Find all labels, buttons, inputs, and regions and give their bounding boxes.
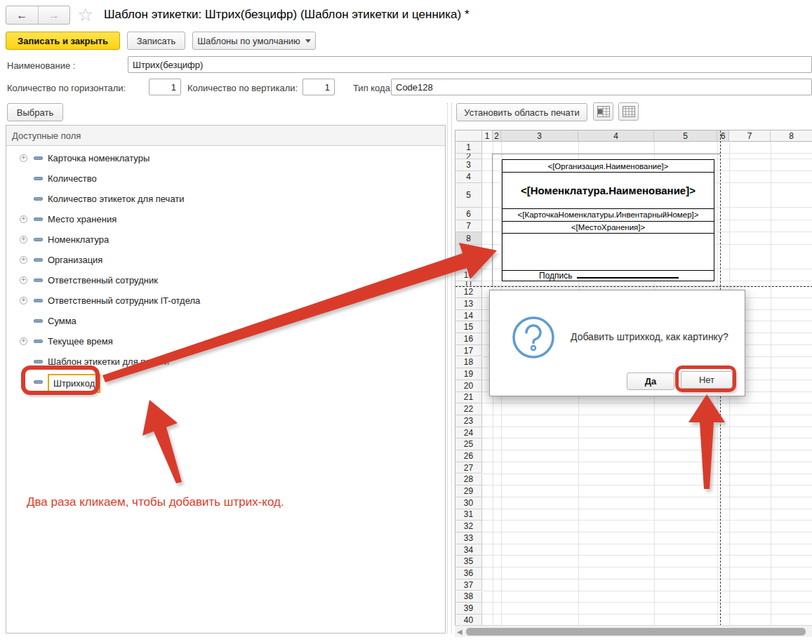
row-header-17[interactable]: 17	[455, 345, 482, 357]
row-header-38[interactable]: 38	[455, 591, 482, 603]
column-header-3[interactable]: 3	[501, 130, 578, 142]
column-header-5[interactable]: 5	[654, 130, 717, 142]
expand-icon[interactable]: +	[20, 215, 27, 223]
column-header-1[interactable]: 1	[482, 130, 493, 142]
tree-item-3[interactable]: Количество этикеток для печати	[7, 189, 444, 209]
forward-button[interactable]: →	[39, 6, 70, 24]
row-header-3[interactable]: 3	[455, 159, 482, 171]
field-dash-icon	[34, 299, 43, 302]
favorite-star-icon[interactable]: ☆	[77, 4, 93, 26]
qty-horizontal-input[interactable]	[149, 79, 181, 95]
row-header-2[interactable]: 2	[455, 154, 482, 159]
field-dash-icon	[34, 197, 43, 201]
column-header-7[interactable]: 7	[729, 130, 771, 142]
row-header-20[interactable]: 20	[455, 380, 482, 392]
select-field-button[interactable]: Выбрать	[7, 103, 63, 121]
tree-item-7[interactable]: +Ответственный сотрудник	[7, 270, 444, 290]
tree-item-10[interactable]: +Текущее время	[7, 331, 444, 351]
field-dash-icon	[34, 156, 43, 160]
column-header-8[interactable]: 8	[771, 130, 812, 142]
row-header-14[interactable]: 14	[455, 310, 482, 322]
row-header-15[interactable]: 15	[455, 321, 482, 333]
row-header-10[interactable]: 10	[455, 269, 482, 281]
expand-icon[interactable]: +	[20, 297, 27, 304]
column-header-2[interactable]: 2	[493, 130, 501, 142]
row-header-24[interactable]: 24	[455, 427, 482, 439]
tree-item-8[interactable]: +Ответственный сотрудник IT-отдела	[7, 290, 444, 311]
cell-storage-location[interactable]: <[МестоХранения]>	[502, 221, 714, 234]
row-header-5[interactable]: 5	[455, 183, 482, 208]
tree-item-4[interactable]: +Место хранения	[7, 209, 444, 229]
row-header-23[interactable]: 23	[455, 415, 482, 427]
row-header-27[interactable]: 27	[455, 462, 482, 474]
column-header-6[interactable]: 6	[717, 130, 729, 142]
scrollbar-thumb[interactable]	[466, 628, 806, 636]
default-templates-button[interactable]: Шаблоны по умолчанию	[192, 32, 316, 50]
field-dash-icon	[34, 319, 43, 323]
expand-icon[interactable]: +	[20, 154, 27, 162]
row-header-22[interactable]: 22	[455, 403, 482, 415]
set-print-area-button[interactable]: Установить область печати	[456, 103, 587, 121]
row-header-29[interactable]: 29	[455, 485, 482, 497]
row-header-21[interactable]: 21	[455, 392, 482, 404]
row-header-35[interactable]: 35	[455, 556, 482, 568]
row-header-25[interactable]: 25	[455, 438, 482, 450]
tree-item-2[interactable]: Количество	[7, 168, 444, 189]
row-header-32[interactable]: 32	[455, 521, 482, 532]
grid-row-line	[482, 567, 812, 568]
row-header-19[interactable]: 19	[455, 368, 482, 380]
row-header-36[interactable]: 36	[455, 568, 482, 579]
row-header-40[interactable]: 40	[455, 615, 482, 625]
row-header-16[interactable]: 16	[455, 333, 482, 345]
name-input[interactable]	[128, 56, 812, 73]
cell-inventory-number[interactable]: <[КарточкаНоменклатуры.ИнвентарныйНомер]…	[502, 208, 714, 222]
qty-vertical-input[interactable]	[302, 79, 335, 95]
row-header-18[interactable]: 18	[455, 357, 482, 369]
tree-item-6[interactable]: +Организация	[7, 250, 444, 270]
code-type-input[interactable]	[391, 79, 812, 95]
row-header-8[interactable]: 8	[455, 232, 482, 245]
scroll-left-arrow-icon[interactable]: ◀	[457, 628, 462, 636]
row-header-7[interactable]: 7	[455, 220, 482, 232]
grid-row-line	[482, 544, 812, 544]
grid-corner-cell[interactable]	[455, 130, 482, 142]
tree-item-9[interactable]: Сумма	[7, 311, 444, 331]
row-header-9[interactable]: 9	[455, 245, 482, 269]
row-header-12[interactable]: 12	[455, 286, 482, 298]
row-header-26[interactable]: 26	[455, 450, 482, 462]
row-header-39[interactable]: 39	[455, 603, 482, 615]
save-button[interactable]: Записать	[127, 32, 185, 50]
column-header-4[interactable]: 4	[578, 130, 654, 142]
cell-signature[interactable]: Подпись	[502, 270, 714, 281]
cell-organization[interactable]: <[Организация.Наименование]>	[502, 160, 714, 173]
row-header-1[interactable]: 1	[455, 142, 482, 154]
grid-button[interactable]	[618, 102, 639, 121]
row-header-13[interactable]: 13	[455, 298, 482, 310]
expand-icon[interactable]: +	[20, 337, 27, 345]
cell-nomenclature[interactable]: <[Номенклатура.Наименование]>	[502, 172, 714, 209]
row-header-34[interactable]: 34	[455, 544, 482, 556]
tree-item-label: Номенклатура	[48, 229, 109, 250]
row-header-30[interactable]: 30	[455, 497, 482, 509]
tree-item-5[interactable]: +Номенклатура	[7, 229, 444, 250]
row-header-33[interactable]: 33	[455, 532, 482, 544]
row-header-6[interactable]: 6	[455, 208, 482, 220]
row-header-37[interactable]: 37	[455, 579, 482, 591]
horizontal-scrollbar[interactable]: ◀	[455, 625, 812, 637]
back-button[interactable]: ←	[6, 6, 39, 24]
expand-icon[interactable]: +	[20, 276, 27, 284]
row-header-31[interactable]: 31	[455, 509, 482, 521]
row-header-4[interactable]: 4	[455, 171, 482, 183]
row-header-11[interactable]: 11	[455, 281, 482, 286]
row-header-28[interactable]: 28	[455, 474, 482, 486]
cell-barcode-placeholder[interactable]	[502, 233, 714, 271]
expand-icon[interactable]: +	[20, 236, 27, 243]
dialog-yes-button[interactable]: Да	[627, 373, 674, 390]
grid-row-line	[482, 520, 812, 521]
panel-splitter[interactable]	[447, 103, 452, 633]
history-nav: ← →	[6, 6, 70, 25]
named-areas-button[interactable]	[593, 102, 613, 121]
expand-icon[interactable]: +	[20, 256, 27, 264]
tree-item-1[interactable]: +Карточка номенклатуры	[7, 148, 444, 168]
save-and-close-button[interactable]: Записать и закрыть	[6, 32, 120, 50]
